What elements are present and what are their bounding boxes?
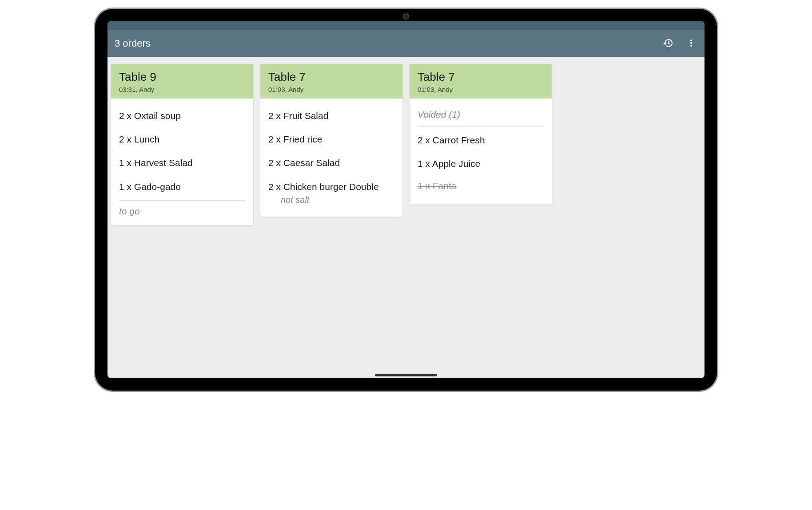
order-item: 1 x Gado-gado [119, 175, 245, 198]
order-card[interactable]: Table 7 01:03, Andy Voided (1) 2 x Carro… [410, 64, 552, 205]
order-table-name: Table 9 [119, 70, 245, 84]
order-item: 2 x Fruit Salad [268, 104, 394, 127]
order-meta: 03:31, Andy [119, 86, 245, 93]
tablet-frame: 3 orders Table 9 [95, 9, 717, 391]
order-item: 2 x Lunch [119, 127, 245, 151]
order-card[interactable]: Table 9 03:31, Andy 2 x Oxtail soup 2 x … [111, 64, 253, 225]
more-vert-icon [686, 38, 697, 50]
order-card-body: 2 x Oxtail soup 2 x Lunch 1 x Harvest Sa… [111, 99, 253, 225]
voided-label: Voided (1) [418, 104, 544, 124]
order-item: 2 x Oxtail soup [119, 104, 245, 127]
app-bar-actions [662, 37, 697, 50]
order-meta: 01:03, Andy [418, 86, 544, 93]
order-item: 1 x Apple Juice [418, 152, 544, 175]
order-table-name: Table 7 [268, 70, 394, 84]
more-button[interactable] [685, 37, 697, 50]
order-item: 1 x Harvest Salad [119, 151, 245, 174]
order-card[interactable]: Table 7 01:03, Andy 2 x Fruit Salad 2 x … [260, 64, 402, 217]
order-meta: 01:03, Andy [268, 86, 394, 93]
order-card-body: 2 x Fruit Salad 2 x Fried rice 2 x Caesa… [260, 99, 402, 217]
order-table-name: Table 7 [418, 70, 544, 84]
order-item: 2 x Fried rice [268, 127, 394, 151]
status-bar [107, 21, 705, 30]
orders-container: Table 9 03:31, Andy 2 x Oxtail soup 2 x … [107, 57, 705, 378]
home-indicator [375, 374, 437, 376]
order-footer-note: to go [119, 202, 245, 217]
history-button[interactable] [662, 37, 674, 50]
divider [119, 200, 245, 201]
order-card-header: Table 7 01:03, Andy [260, 64, 402, 99]
screen: 3 orders Table 9 [107, 21, 705, 378]
order-item: 2 x Caesar Salad [268, 151, 394, 174]
page-title: 3 orders [115, 38, 151, 49]
order-item-note: not salt [268, 195, 394, 209]
order-card-header: Table 7 01:03, Andy [410, 64, 552, 99]
divider [418, 126, 544, 127]
order-card-body: Voided (1) 2 x Carrot Fresh 1 x Apple Ju… [410, 99, 552, 205]
voided-item: 1 x Fanta [418, 175, 544, 197]
order-item: 2 x Carrot Fresh [418, 128, 544, 152]
order-card-header: Table 9 03:31, Andy [111, 64, 253, 99]
app-bar: 3 orders [107, 30, 705, 57]
history-icon [663, 38, 673, 50]
camera-notch [403, 13, 409, 20]
